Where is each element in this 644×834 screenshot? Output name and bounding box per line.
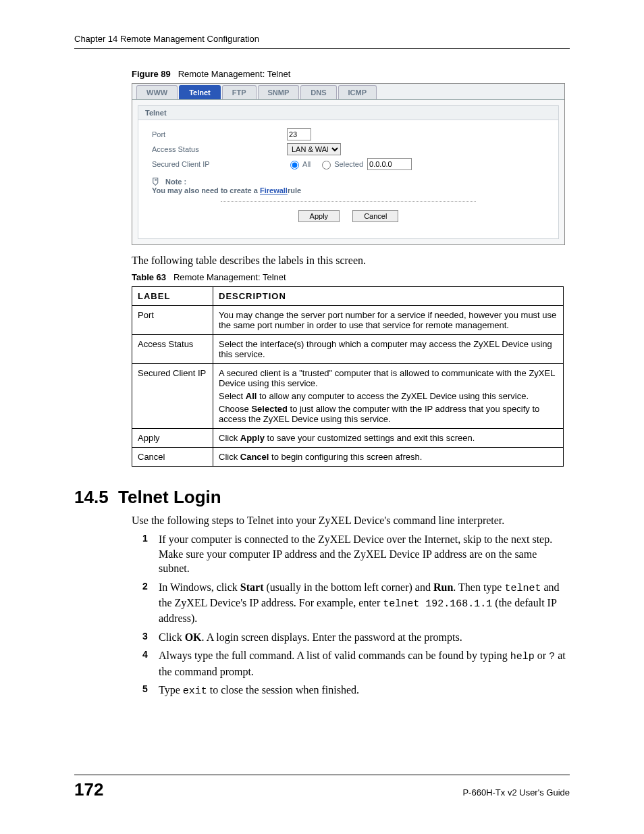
description-table: LABEL DESCRIPTION Port You may change th… [132, 286, 564, 467]
section-number: 14.5 [74, 487, 109, 507]
port-label: Port [152, 130, 287, 138]
secured-client-label: Secured Client IP [152, 160, 287, 168]
button-row: Apply Cancel [152, 207, 545, 229]
cell-desc-p: A secured client is a "trusted" computer… [219, 368, 558, 388]
figure-caption: Figure 89 Remote Management: Telnet [74, 69, 570, 79]
tab-snmp[interactable]: SNMP [258, 85, 300, 99]
access-status-label: Access Status [152, 145, 287, 153]
th-description: DESCRIPTION [213, 287, 564, 306]
panel: Telnet Port Access Status LAN & WAN Secu… [138, 105, 559, 239]
radio-all-wrap[interactable]: All [287, 159, 311, 170]
note-row: Note : [152, 177, 545, 186]
intro-para: The following table describes the labels… [74, 255, 570, 267]
note-label: Note : [165, 178, 186, 186]
figure-label: Figure 89 [132, 69, 171, 79]
cell-label: Apply [132, 429, 213, 448]
radio-selected-wrap[interactable]: Selected [319, 159, 363, 170]
note-icon [152, 177, 161, 186]
panel-title: Telnet [138, 106, 558, 120]
page-footer: 172 P-660H-Tx v2 User's Guide [74, 775, 570, 800]
list-item: 2In Windows, click Start (usually in the… [159, 580, 570, 626]
note-text: You may also need to create a Firewallru… [152, 186, 545, 194]
table-row: Port You may change the server port numb… [132, 306, 564, 335]
tab-icmp[interactable]: ICMP [338, 85, 377, 99]
header-rule [74, 48, 570, 49]
cell-desc: A secured client is a "trusted" computer… [213, 364, 564, 429]
tab-ftp[interactable]: FTP [222, 85, 257, 99]
selected-ip-input[interactable] [367, 158, 412, 170]
cell-desc-p: Choose Selected to just allow the comput… [219, 404, 558, 424]
table-row: Access Status Select the interface(s) th… [132, 335, 564, 364]
table-header-row: LABEL DESCRIPTION [132, 287, 564, 306]
cancel-button[interactable]: Cancel [352, 210, 398, 222]
tab-telnet[interactable]: Telnet [179, 85, 221, 99]
running-header: Chapter 14 Remote Management Configurati… [74, 34, 570, 44]
page-number: 172 [74, 779, 103, 800]
figure-screenshot: WWW Telnet FTP SNMP DNS ICMP Telnet Port… [132, 83, 565, 245]
guide-name: P-660H-Tx v2 User's Guide [462, 787, 570, 798]
dotted-separator [221, 201, 476, 202]
table-caption: Table 63 Remote Management: Telnet [74, 272, 570, 282]
section-intro: Use the following steps to Telnet into y… [74, 515, 570, 527]
table-label: Table 63 [132, 272, 166, 282]
cell-desc: Click Apply to save your customized sett… [213, 429, 564, 448]
section-heading: 14.5 Telnet Login [74, 487, 570, 508]
table-row: Secured Client IP A secured client is a … [132, 364, 564, 429]
footer-rule [74, 775, 570, 775]
table-caption-text: Remote Management: Telnet [173, 272, 286, 282]
firewall-link[interactable]: Firewall [260, 186, 288, 194]
note-suffix: rule [288, 186, 301, 194]
port-input[interactable] [287, 128, 311, 140]
list-item: 4Always type the full command. A list of… [159, 648, 570, 679]
radio-all[interactable] [290, 161, 299, 170]
cell-label: Port [132, 306, 213, 335]
note-prefix: You may also need to create a [152, 186, 260, 194]
cell-desc: Select the interface(s) through which a … [213, 335, 564, 364]
cell-label: Cancel [132, 448, 213, 467]
cell-label: Access Status [132, 335, 213, 364]
cell-label: Secured Client IP [132, 364, 213, 429]
form-area: Port Access Status LAN & WAN Secured Cli… [138, 120, 558, 238]
th-label: LABEL [132, 287, 213, 306]
radio-selected-label: Selected [334, 160, 363, 168]
table-row: Apply Click Apply to save your customize… [132, 429, 564, 448]
tabs-row: WWW Telnet FTP SNMP DNS ICMP [132, 84, 564, 100]
section-title: Telnet Login [118, 487, 221, 507]
apply-button[interactable]: Apply [298, 210, 340, 222]
access-status-select[interactable]: LAN & WAN [287, 143, 341, 155]
cell-desc-p: Select All to allow any computer to acce… [219, 391, 558, 401]
list-item: 3Click OK. A login screen displays. Ente… [159, 630, 570, 645]
radio-all-label: All [302, 160, 311, 168]
radio-selected[interactable] [322, 161, 331, 170]
list-item: 1If your computer is connected to the Zy… [159, 532, 570, 576]
tab-dns[interactable]: DNS [300, 85, 336, 99]
figure-caption-text: Remote Management: Telnet [178, 69, 291, 79]
list-item: 5Type exit to close the session when fin… [159, 683, 570, 698]
steps-list: 1If your computer is connected to the Zy… [74, 532, 570, 699]
cell-desc: You may change the server port number fo… [213, 306, 564, 335]
table-row: Cancel Click Cancel to begin configuring… [132, 448, 564, 467]
cell-desc: Click Cancel to begin configuring this s… [213, 448, 564, 467]
tab-www[interactable]: WWW [136, 85, 178, 99]
